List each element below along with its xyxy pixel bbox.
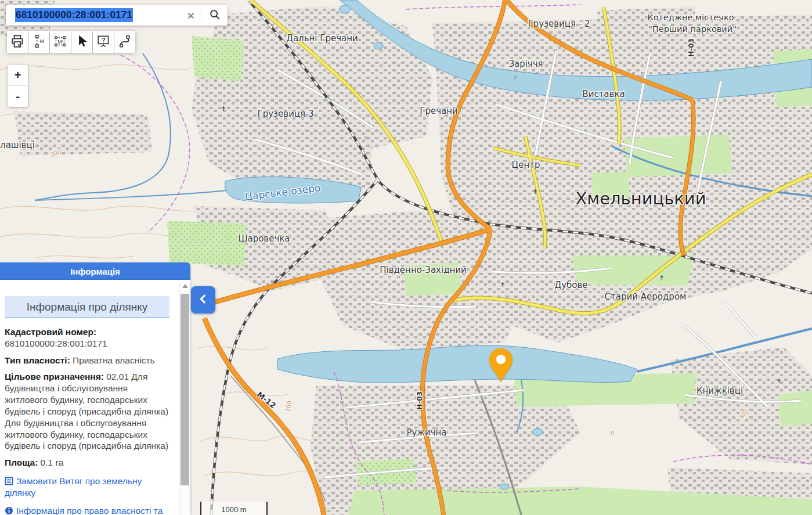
field-label: Площа: — [5, 458, 38, 467]
collapse-panel-button[interactable] — [191, 286, 215, 314]
info-panel-header: Інформація — [0, 262, 190, 280]
parcel-action-link[interactable]: Інформація про право власності та речові… — [5, 505, 169, 515]
monitor-question-icon: ? — [96, 34, 111, 51]
search-icon — [208, 8, 221, 23]
cadastral-map-application: Дальні ГречаниГрузевиця - 2Котеджне міст… — [0, 0, 812, 515]
info-circle-icon — [5, 506, 13, 515]
measure-area-icon: M² — [53, 34, 68, 51]
link-text: Замовити Витяг про земельну ділянку — [5, 476, 142, 498]
document-list-icon — [5, 477, 13, 485]
map-toolbar: MM²? — [7, 31, 135, 53]
info-panel: Інформація Інформація про ділянку Кадаст… — [0, 262, 190, 515]
zoom-controls: + - — [8, 65, 28, 107]
printer-icon — [10, 34, 25, 51]
search-input-value: 6810100000:28:001:0171 — [15, 8, 133, 22]
route-icon — [117, 34, 132, 51]
zoom-out-button[interactable]: - — [8, 86, 28, 107]
field-label: Тип власності: — [5, 355, 70, 365]
info-panel-body: Інформація про ділянку Кадастровий номер… — [0, 280, 190, 515]
svg-text:?: ? — [102, 36, 106, 43]
parcel-field: Кадастровий номер:6810100000:28:001:0171 — [5, 326, 169, 350]
field-value: 0.1 га — [38, 458, 63, 467]
parcel-section-title: Інформація про ділянку — [5, 296, 169, 318]
cursor-icon — [74, 34, 89, 51]
route-button[interactable] — [114, 31, 135, 53]
link-text: Інформація про право власності та речові… — [5, 506, 163, 515]
search-bar: 6810100000:28:001:0171 × — [6, 5, 228, 26]
field-label: Цільове призначення: — [5, 372, 104, 381]
field-value: Приватна власність — [70, 355, 155, 365]
parcel-action-link[interactable]: Замовити Витяг про земельну ділянку — [5, 476, 169, 498]
scrollbar-thumb[interactable] — [181, 294, 189, 485]
parcel-links: Замовити Витяг про земельну ділянкуІнфор… — [5, 476, 169, 515]
panel-scrollbar[interactable] — [179, 281, 190, 515]
search-button[interactable] — [201, 8, 228, 23]
field-value: 02.01 Для будівництва і обслуговування ж… — [5, 372, 168, 451]
zoom-in-button[interactable]: + — [8, 65, 28, 86]
svg-text:M: M — [40, 38, 45, 44]
scroll-up-arrow-icon[interactable] — [182, 284, 188, 288]
chevron-left-icon — [197, 293, 210, 307]
field-label: Кадастровий номер: — [5, 327, 96, 337]
parcel-field: Цільове призначення: 02.01 Для будівницт… — [5, 371, 169, 452]
measure-distance-icon: M — [31, 34, 46, 51]
scale-bar-label: 1000 m — [221, 505, 246, 514]
parcel-field: Площа: 0.1 га — [5, 457, 169, 469]
field-value: 6810100000:28:001:0171 — [5, 338, 169, 350]
measure-distance-button[interactable]: M — [28, 31, 49, 53]
svg-text:M²: M² — [57, 38, 63, 44]
location-marker-pin[interactable] — [488, 347, 514, 382]
parcel-field: Тип власності: Приватна власність — [5, 355, 169, 366]
parcel-fields: Кадастровий номер:6810100000:28:001:0171… — [5, 326, 169, 469]
measure-area-button[interactable]: M² — [50, 31, 71, 53]
print-button[interactable] — [7, 31, 28, 53]
scale-bar: 1000 m — [200, 502, 268, 515]
identify-button[interactable]: ? — [93, 31, 114, 53]
search-input[interactable]: 6810100000:28:001:0171 — [6, 5, 181, 26]
clear-search-button[interactable]: × — [181, 5, 201, 25]
map-pin-icon — [488, 347, 514, 383]
pointer-button[interactable] — [71, 31, 92, 53]
